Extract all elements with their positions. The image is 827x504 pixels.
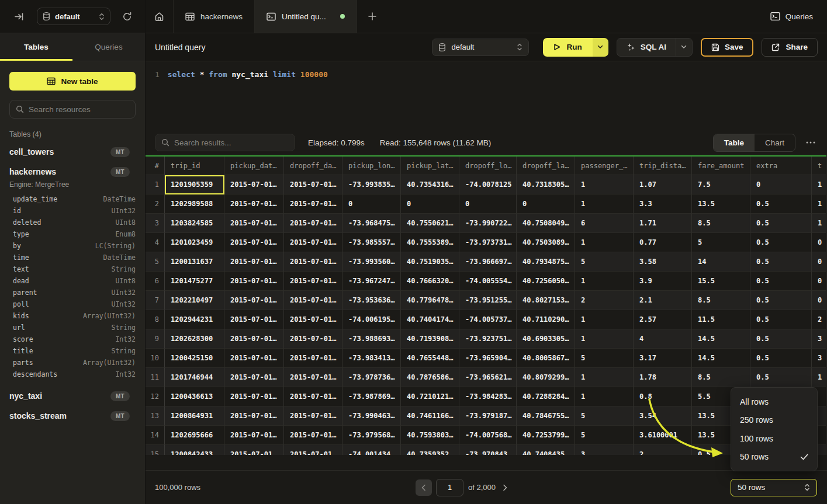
grid-cell[interactable]: 1 bbox=[575, 233, 634, 252]
grid-cell[interactable]: 2015-07-01… bbox=[284, 426, 342, 445]
grid-cell[interactable]: 0 bbox=[812, 291, 826, 310]
grid-cell[interactable]: 2015-07-01… bbox=[284, 368, 342, 387]
grid-cell[interactable]: 2015-07-01… bbox=[224, 349, 284, 368]
grid-cell[interactable]: 0 bbox=[459, 194, 517, 214]
column-header-trip_id[interactable]: trip_id bbox=[165, 157, 224, 175]
collapse-sidebar-icon[interactable] bbox=[14, 12, 24, 22]
save-button[interactable]: Save bbox=[701, 38, 754, 57]
query-tab[interactable]: Untitled qu... bbox=[255, 0, 357, 33]
grid-cell[interactable]: -74.001434… bbox=[342, 445, 401, 455]
grid-cell[interactable]: 2015-07-01… bbox=[224, 175, 284, 194]
grid-cell[interactable]: 40.7846755… bbox=[517, 406, 575, 426]
sql-editor[interactable]: 1 select * from nyc_taxi limit 100000 bbox=[146, 61, 827, 130]
grid-cell[interactable]: 1 bbox=[575, 272, 634, 291]
grid-cell[interactable]: -74.007568… bbox=[459, 426, 517, 445]
grid-cell[interactable]: 0.5 bbox=[750, 368, 812, 387]
grid-cell[interactable]: 1.71 bbox=[634, 214, 692, 233]
view-chart-button[interactable]: Chart bbox=[755, 134, 795, 151]
grid-cell[interactable]: 1 bbox=[812, 175, 826, 194]
grid-cell[interactable]: 8.5 bbox=[692, 291, 750, 310]
grid-cell[interactable]: -74.0078125 bbox=[459, 175, 517, 194]
grid-cell[interactable]: -73.988693… bbox=[342, 329, 401, 349]
grid-cell[interactable]: 40.8079299… bbox=[517, 368, 575, 387]
menu-item-50-rows[interactable]: 50 rows bbox=[731, 448, 817, 467]
grid-cell[interactable]: 40.7503089… bbox=[517, 233, 575, 252]
grid-cell[interactable]: -73.966697… bbox=[459, 252, 517, 272]
prev-page-button[interactable] bbox=[416, 479, 432, 496]
row-number[interactable]: 4 bbox=[146, 233, 165, 252]
table-item-hackernews[interactable]: hackernewsMT bbox=[9, 162, 136, 182]
hackernews-tab[interactable]: hackernews bbox=[174, 0, 255, 33]
grid-cell[interactable]: 40.7193908… bbox=[401, 329, 459, 349]
grid-cell[interactable]: 5 bbox=[575, 252, 634, 272]
grid-cell[interactable]: 2015-07-01… bbox=[284, 445, 342, 455]
grid-cell[interactable]: 1200842433 bbox=[165, 445, 224, 455]
row-number[interactable]: 15 bbox=[146, 445, 165, 455]
home-tab[interactable] bbox=[146, 0, 174, 33]
grid-cell[interactable]: 3.17 bbox=[634, 349, 692, 368]
run-options-caret[interactable] bbox=[593, 38, 608, 57]
row-number[interactable]: 9 bbox=[146, 329, 165, 349]
grid-cell[interactable]: 2015-07-01… bbox=[284, 175, 342, 194]
run-button-main[interactable]: Run bbox=[543, 38, 592, 57]
results-search-input[interactable] bbox=[174, 138, 289, 147]
grid-cell[interactable]: 0.5 bbox=[750, 233, 812, 252]
grid-cell[interactable]: 1.07 bbox=[634, 175, 692, 194]
grid-cell[interactable]: 3 bbox=[812, 349, 826, 368]
menu-item-100-rows[interactable]: 100 rows bbox=[731, 429, 817, 448]
grid-cell[interactable]: 40.7555389… bbox=[401, 233, 459, 252]
menu-item-all-rows[interactable]: All rows bbox=[731, 392, 817, 411]
grid-cell[interactable]: 15.5 bbox=[692, 272, 750, 291]
grid-cell[interactable]: 2015-07-01… bbox=[284, 194, 342, 214]
grid-cell[interactable]: 11.5 bbox=[692, 310, 750, 329]
column-header-trip_dista[interactable]: trip_dista… bbox=[634, 157, 692, 175]
grid-cell[interactable]: 40.7796478… bbox=[401, 291, 459, 310]
grid-cell[interactable]: 40.7404174… bbox=[401, 310, 459, 329]
row-number[interactable]: 6 bbox=[146, 272, 165, 291]
new-tab-button[interactable] bbox=[357, 0, 387, 33]
grid-cell[interactable]: 1201746944 bbox=[165, 368, 224, 387]
grid-cell[interactable]: 5 bbox=[575, 426, 634, 445]
results-search[interactable] bbox=[155, 134, 295, 151]
grid-cell[interactable]: -73.984283… bbox=[459, 387, 517, 406]
grid-cell[interactable]: -73.978736… bbox=[342, 368, 401, 387]
grid-cell[interactable]: 1202989588 bbox=[165, 194, 224, 214]
menu-item-250-rows[interactable]: 250 rows bbox=[731, 411, 817, 430]
grid-cell[interactable]: 40.7253799… bbox=[517, 426, 575, 445]
grid-cell[interactable]: 5 bbox=[575, 406, 634, 426]
grid-cell[interactable]: 40.8027153… bbox=[517, 291, 575, 310]
grid-cell[interactable]: 2015-07-01… bbox=[284, 214, 342, 233]
grid-cell[interactable]: 1200864931 bbox=[165, 406, 224, 426]
grid-cell[interactable]: 4 bbox=[634, 329, 692, 349]
table-item-cell_towers[interactable]: cell_towersMT bbox=[9, 142, 136, 162]
grid-cell[interactable]: 2015-07-01… bbox=[224, 387, 284, 406]
grid-cell[interactable]: -73.953636… bbox=[342, 291, 401, 310]
grid-cell[interactable]: 2015-07-01… bbox=[224, 233, 284, 252]
grid-cell[interactable]: 1202944231 bbox=[165, 310, 224, 329]
grid-cell[interactable]: 1 bbox=[575, 175, 634, 194]
database-selector[interactable]: default bbox=[37, 8, 110, 25]
grid-cell[interactable]: -73.985557… bbox=[342, 233, 401, 252]
grid-cell[interactable]: 0.5 bbox=[750, 329, 812, 349]
column-header-index[interactable]: # bbox=[146, 157, 165, 175]
grid-cell[interactable]: 2015-07-01… bbox=[284, 387, 342, 406]
grid-cell[interactable]: 1 bbox=[575, 194, 634, 214]
table-item-stocks_stream[interactable]: stocks_streamMT bbox=[9, 406, 136, 426]
share-button[interactable]: Share bbox=[762, 38, 818, 57]
row-number[interactable]: 10 bbox=[146, 349, 165, 368]
grid-cell[interactable]: -73.993835… bbox=[342, 175, 401, 194]
grid-cell[interactable]: 0 bbox=[812, 252, 826, 272]
grid-cell[interactable]: -73.993560… bbox=[342, 252, 401, 272]
column-header-fare_amount[interactable]: fare_amount bbox=[692, 157, 750, 175]
grid-cell[interactable]: 40.7408435… bbox=[517, 445, 575, 455]
grid-cell[interactable]: 0.5 bbox=[750, 214, 812, 233]
grid-cell[interactable]: 1203824585 bbox=[165, 214, 224, 233]
grid-cell[interactable]: 40.7210121… bbox=[401, 387, 459, 406]
grid-cell[interactable]: 8.5 bbox=[692, 214, 750, 233]
grid-cell[interactable]: 2.57 bbox=[634, 310, 692, 329]
row-number[interactable]: 3 bbox=[146, 214, 165, 233]
grid-cell[interactable]: 2015-07-01… bbox=[224, 272, 284, 291]
grid-cell[interactable]: 3 bbox=[812, 329, 826, 349]
grid-cell[interactable]: 2015-07-01… bbox=[284, 310, 342, 329]
grid-cell[interactable]: 2015-07-01… bbox=[224, 291, 284, 310]
